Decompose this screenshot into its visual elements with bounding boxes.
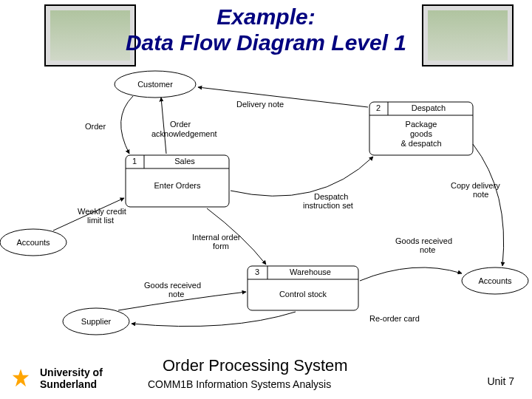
dfd-diagram: Customer Accounts Accounts Supplier 1 Sa…: [0, 66, 532, 340]
flow-goods-recv-right-l2: note: [420, 245, 435, 254]
flow-despatch-instr-l1: Despatch: [314, 192, 348, 201]
footer-subtitle: COMM1B Information Systems Analysis: [148, 378, 331, 390]
flow-order-ack-label-l1: Order: [170, 120, 191, 129]
process-1-name: Enter Orders: [154, 181, 201, 190]
flow-order-ack-label-l2: acknowledgement: [151, 129, 217, 138]
university-name: University of Sunderland: [40, 366, 103, 390]
flow-despatch-instr-l2: instruction set: [303, 201, 353, 210]
university-name-l1: University of: [40, 366, 103, 378]
flow-order-ack: [161, 98, 166, 154]
flow-goods-recv-left-l2: note: [168, 290, 184, 299]
slide-title: Example: Data Flow Diagram Level 1: [0, 4, 532, 55]
flow-despatch-instr: [231, 157, 373, 196]
flow-reorder-label: Re-order card: [369, 314, 420, 323]
process-2-name-l3: & despatch: [400, 139, 441, 148]
flow-copy-delivery-l2: note: [473, 190, 488, 199]
process-2-name-l1: Package: [406, 120, 437, 129]
flow-internal-order-l2: form: [213, 242, 229, 250]
entity-supplier-label: Supplier: [81, 317, 112, 326]
flow-reorder: [132, 312, 296, 327]
process-1-number: 1: [132, 157, 137, 166]
flow-weekly-credit-l2: limit list: [87, 216, 114, 225]
process-3-name: Control stock: [279, 290, 327, 299]
process-1-dept: Sales: [174, 157, 195, 166]
flow-goods-recv-right-l1: Goods received: [395, 236, 452, 245]
flow-copy-delivery: [473, 144, 504, 266]
flow-delivery-note-label: Delivery note: [236, 100, 284, 109]
flow-goods-recv-right: [360, 267, 462, 281]
flow-goods-recv-left-l1: Goods received: [144, 281, 201, 290]
flow-internal-order-l1: Internal order: [192, 233, 241, 242]
footer: University of Sunderland Order Processin…: [0, 350, 532, 399]
process-2-number: 2: [376, 103, 381, 112]
process-3-dept: Warehouse: [290, 267, 331, 276]
slide: Example: Data Flow Diagram Level 1 Custo…: [0, 0, 532, 399]
process-1: 1 Sales Enter Orders: [126, 155, 229, 207]
entity-accounts-left-label: Accounts: [16, 238, 50, 247]
entity-customer-label: Customer: [137, 80, 173, 89]
svg-marker-9: [13, 369, 29, 386]
university-name-l2: Sunderland: [40, 378, 97, 390]
process-2: 2 Despatch Package goods & despatch: [369, 102, 473, 155]
title-line-1: Example:: [216, 4, 315, 29]
university-logo-icon: [10, 368, 31, 389]
process-3-number: 3: [255, 267, 259, 276]
flow-order-label: Order: [85, 122, 106, 131]
entity-accounts-right-label: Accounts: [478, 276, 512, 285]
flow-copy-delivery-l1: Copy delivery: [451, 181, 500, 190]
unit-label: Unit 7: [487, 375, 514, 387]
process-2-dept: Despatch: [412, 103, 446, 112]
flow-weekly-credit-l1: Weekly credit: [78, 207, 126, 216]
footer-title: Order Processing System: [163, 356, 348, 375]
flow-order: [121, 96, 133, 154]
process-2-name-l2: goods: [410, 129, 432, 138]
title-line-2: Data Flow Diagram Level 1: [126, 30, 406, 55]
process-3: 3 Warehouse Control stock: [248, 266, 358, 310]
